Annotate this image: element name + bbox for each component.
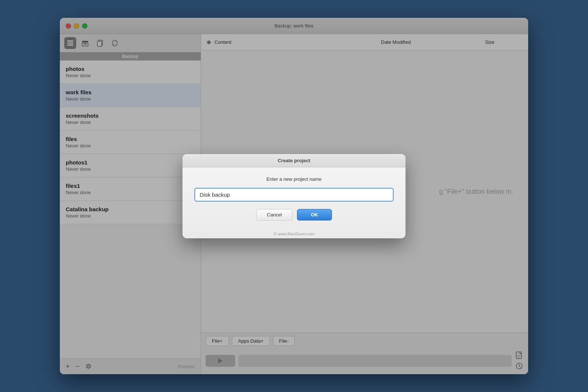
- modal-ok-button[interactable]: OK: [297, 209, 332, 220]
- modal-cancel-button[interactable]: Cancel: [256, 209, 293, 220]
- modal-title: Create project: [278, 158, 310, 163]
- modal-body: Enter a new project name Cancel OK: [182, 167, 406, 229]
- create-project-modal: Create project Enter a new project name …: [182, 154, 406, 238]
- modal-buttons: Cancel OK: [194, 209, 394, 220]
- modal-prompt: Enter a new project name: [194, 176, 394, 182]
- app-window: Backup: work files: [60, 18, 528, 374]
- modal-title-bar: Create project: [182, 154, 406, 167]
- modal-overlay: Create project Enter a new project name …: [60, 18, 528, 374]
- watermark: © www.MacDown.com: [182, 229, 406, 238]
- project-name-input[interactable]: [194, 188, 394, 202]
